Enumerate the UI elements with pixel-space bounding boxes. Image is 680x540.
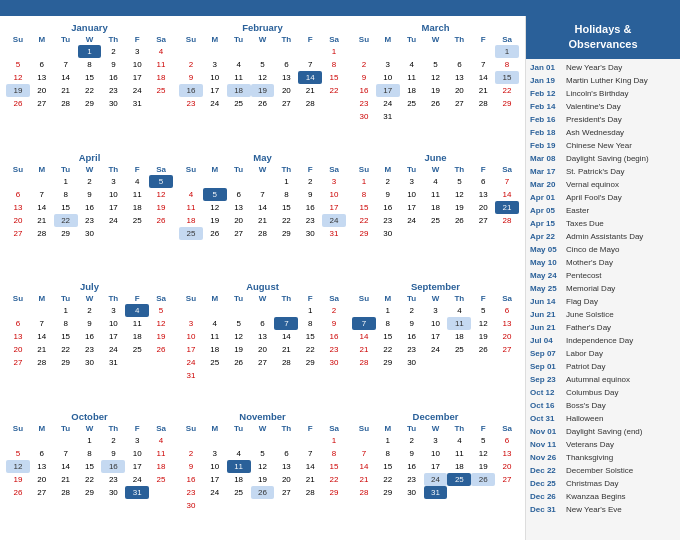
- day-cell[interactable]: 18: [424, 201, 448, 214]
- day-cell[interactable]: 31: [125, 97, 149, 110]
- day-cell[interactable]: 26: [203, 227, 227, 240]
- day-cell[interactable]: 22: [298, 343, 322, 356]
- day-cell[interactable]: 17: [424, 330, 448, 343]
- day-cell[interactable]: 18: [125, 330, 149, 343]
- day-cell[interactable]: 11: [400, 71, 424, 84]
- day-cell[interactable]: 21: [471, 84, 495, 97]
- day-cell[interactable]: 29: [322, 486, 346, 499]
- day-cell[interactable]: 20: [30, 84, 54, 97]
- day-cell[interactable]: 10: [400, 188, 424, 201]
- day-cell[interactable]: 9: [78, 188, 102, 201]
- day-cell[interactable]: 10: [203, 71, 227, 84]
- day-cell[interactable]: 20: [30, 473, 54, 486]
- day-cell[interactable]: 13: [30, 71, 54, 84]
- day-cell[interactable]: 9: [78, 317, 102, 330]
- day-cell[interactable]: 25: [400, 97, 424, 110]
- day-cell[interactable]: 5: [471, 304, 495, 317]
- day-cell[interactable]: 25: [447, 473, 471, 486]
- day-cell[interactable]: 15: [352, 201, 376, 214]
- day-cell[interactable]: 29: [298, 356, 322, 369]
- day-cell[interactable]: 1: [274, 175, 298, 188]
- day-cell[interactable]: 12: [6, 71, 30, 84]
- day-cell[interactable]: 6: [6, 317, 30, 330]
- day-cell[interactable]: 23: [376, 214, 400, 227]
- day-cell[interactable]: 16: [400, 330, 424, 343]
- day-cell[interactable]: 20: [495, 460, 519, 473]
- day-cell[interactable]: 1: [54, 304, 78, 317]
- day-cell[interactable]: 18: [447, 460, 471, 473]
- day-cell[interactable]: 24: [424, 473, 448, 486]
- day-cell[interactable]: 7: [251, 188, 275, 201]
- day-cell[interactable]: 16: [400, 460, 424, 473]
- day-cell[interactable]: 16: [179, 473, 203, 486]
- day-cell[interactable]: 23: [179, 486, 203, 499]
- day-cell[interactable]: 13: [274, 460, 298, 473]
- day-cell[interactable]: 6: [251, 317, 275, 330]
- day-cell[interactable]: 24: [125, 84, 149, 97]
- day-cell[interactable]: 23: [101, 473, 125, 486]
- day-cell[interactable]: 16: [101, 71, 125, 84]
- day-cell[interactable]: 12: [251, 460, 275, 473]
- day-cell[interactable]: 24: [400, 214, 424, 227]
- day-cell[interactable]: 9: [400, 317, 424, 330]
- day-cell[interactable]: 25: [227, 97, 251, 110]
- day-cell[interactable]: 7: [298, 58, 322, 71]
- day-cell[interactable]: 25: [447, 343, 471, 356]
- day-cell[interactable]: 18: [149, 460, 173, 473]
- day-cell[interactable]: 31: [179, 369, 203, 382]
- day-cell[interactable]: 15: [376, 460, 400, 473]
- day-cell[interactable]: 17: [400, 201, 424, 214]
- day-cell[interactable]: 23: [101, 84, 125, 97]
- day-cell[interactable]: 6: [495, 434, 519, 447]
- day-cell[interactable]: 30: [400, 356, 424, 369]
- day-cell[interactable]: 13: [274, 71, 298, 84]
- day-cell[interactable]: 11: [149, 58, 173, 71]
- day-cell[interactable]: 10: [125, 447, 149, 460]
- day-cell[interactable]: 5: [251, 447, 275, 460]
- day-cell[interactable]: 13: [6, 330, 30, 343]
- day-cell[interactable]: 24: [376, 97, 400, 110]
- day-cell[interactable]: 6: [227, 188, 251, 201]
- day-cell[interactable]: 12: [251, 71, 275, 84]
- day-cell[interactable]: 29: [54, 356, 78, 369]
- day-cell[interactable]: 29: [78, 486, 102, 499]
- day-cell[interactable]: 7: [352, 317, 376, 330]
- day-cell[interactable]: 22: [495, 84, 519, 97]
- day-cell[interactable]: 7: [471, 58, 495, 71]
- day-cell[interactable]: 23: [352, 97, 376, 110]
- day-cell[interactable]: 4: [125, 304, 149, 317]
- day-cell[interactable]: 2: [78, 304, 102, 317]
- day-cell[interactable]: 28: [352, 356, 376, 369]
- day-cell[interactable]: 16: [322, 330, 346, 343]
- day-cell[interactable]: 17: [101, 330, 125, 343]
- day-cell[interactable]: 25: [203, 356, 227, 369]
- day-cell[interactable]: 26: [149, 343, 173, 356]
- day-cell[interactable]: 28: [30, 227, 54, 240]
- day-cell[interactable]: 20: [274, 473, 298, 486]
- day-cell[interactable]: 9: [101, 447, 125, 460]
- day-cell[interactable]: 1: [322, 434, 346, 447]
- day-cell[interactable]: 21: [54, 473, 78, 486]
- day-cell[interactable]: 8: [54, 317, 78, 330]
- day-cell[interactable]: 27: [251, 356, 275, 369]
- day-cell[interactable]: 12: [149, 317, 173, 330]
- day-cell[interactable]: 23: [78, 214, 102, 227]
- day-cell[interactable]: 23: [322, 343, 346, 356]
- day-cell[interactable]: 16: [376, 201, 400, 214]
- day-cell[interactable]: 19: [251, 473, 275, 486]
- day-cell[interactable]: 18: [203, 343, 227, 356]
- day-cell[interactable]: 4: [125, 175, 149, 188]
- day-cell[interactable]: 5: [6, 447, 30, 460]
- day-cell[interactable]: 27: [495, 473, 519, 486]
- day-cell[interactable]: 30: [352, 110, 376, 123]
- day-cell[interactable]: 9: [101, 58, 125, 71]
- day-cell[interactable]: 14: [352, 330, 376, 343]
- day-cell[interactable]: 24: [203, 486, 227, 499]
- day-cell[interactable]: 28: [495, 214, 519, 227]
- day-cell[interactable]: 4: [447, 304, 471, 317]
- day-cell[interactable]: 6: [6, 188, 30, 201]
- day-cell[interactable]: 27: [6, 227, 30, 240]
- day-cell[interactable]: 19: [227, 343, 251, 356]
- day-cell[interactable]: 31: [322, 227, 346, 240]
- day-cell[interactable]: 6: [30, 447, 54, 460]
